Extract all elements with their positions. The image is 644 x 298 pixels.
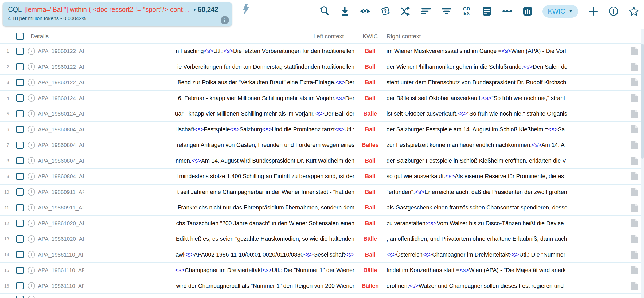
copy-icon[interactable] [631, 172, 638, 182]
doc-id[interactable]: APA_19860124_AP... [38, 95, 84, 101]
doc-id[interactable]: APA_19861020_AP... [38, 236, 84, 242]
info-icon[interactable] [608, 6, 619, 17]
row-info-icon[interactable]: i [28, 282, 35, 289]
row-checkbox[interactable] [16, 296, 24, 298]
doc-id[interactable]: APA_19860122_AP... [38, 79, 84, 86]
row-checkbox[interactable] [16, 48, 24, 55]
doc-id[interactable]: APA_19860122_AP... [38, 64, 84, 70]
row-info-icon[interactable]: i [28, 235, 35, 243]
doc-id[interactable]: APA_19860122_AP... [38, 48, 84, 54]
kwic-word[interactable]: Ball [354, 204, 386, 211]
copy-icon[interactable] [631, 219, 638, 229]
row-checkbox[interactable] [16, 235, 24, 243]
row-checkbox[interactable] [16, 204, 24, 211]
row-info-icon[interactable]: i [28, 79, 35, 86]
doc-id[interactable]: APA_19861020_AP... [38, 220, 84, 227]
kwic-word[interactable]: Ball [354, 157, 386, 164]
row-checkbox[interactable] [16, 157, 24, 164]
copy-icon[interactable] [631, 141, 638, 150]
row-info-icon[interactable]: i [28, 220, 35, 227]
doc-id[interactable]: APA_19860804_AP... [38, 142, 84, 148]
filter-icon[interactable] [441, 6, 452, 17]
kwic-word[interactable]: Ball [354, 48, 386, 55]
row-checkbox[interactable] [16, 110, 24, 117]
row-info-icon[interactable]: i [28, 126, 35, 133]
copy-icon[interactable] [631, 63, 638, 72]
doc-id[interactable]: APA_19861110_AP... [38, 267, 84, 273]
row-info-icon[interactable]: i [28, 204, 35, 211]
row-checkbox[interactable] [16, 251, 24, 258]
random-sample-icon[interactable]: ? 4 [380, 6, 391, 17]
sort-icon[interactable] [421, 6, 431, 17]
row-info-icon[interactable]: i [28, 94, 35, 102]
row-info-icon[interactable]: i [28, 296, 35, 298]
query-info-icon[interactable]: i [221, 16, 229, 24]
download-icon[interactable] [339, 6, 350, 17]
shuffle-icon[interactable] [400, 6, 411, 17]
copy-icon[interactable] [631, 235, 638, 244]
kwic-word[interactable]: Bälle [354, 236, 386, 242]
edit-search-icon[interactable] [319, 6, 330, 17]
kwic-word[interactable]: Ball [354, 126, 386, 133]
view-options-icon[interactable] [360, 6, 370, 17]
row-info-icon[interactable]: i [28, 173, 35, 180]
row-checkbox[interactable] [16, 220, 24, 227]
kwic-word[interactable]: Ball [354, 173, 386, 180]
copy-icon[interactable] [631, 156, 638, 166]
row-info-icon[interactable]: i [28, 267, 35, 274]
copy-icon[interactable] [631, 282, 638, 291]
copy-icon[interactable] [631, 47, 638, 56]
doc-id[interactable]: APA_19860911_AP... [38, 189, 84, 195]
row-checkbox[interactable] [16, 94, 24, 102]
gdex-icon[interactable]: GDEX [461, 6, 472, 17]
kwic-word[interactable]: Ball [354, 251, 386, 258]
row-info-icon[interactable]: i [28, 142, 35, 149]
select-all-checkbox[interactable] [16, 33, 24, 40]
row-checkbox[interactable] [16, 188, 24, 196]
copy-icon[interactable] [631, 203, 638, 213]
row-info-icon[interactable]: i [28, 251, 35, 258]
row-checkbox[interactable] [16, 267, 24, 274]
doc-id[interactable]: APA_19860911_AP... [38, 204, 84, 211]
row-info-icon[interactable]: i [28, 48, 35, 55]
row-info-icon[interactable]: i [28, 63, 35, 70]
kwic-word[interactable]: Balles [354, 142, 386, 148]
copy-icon[interactable] [631, 94, 638, 104]
kwic-word[interactable]: Ball [354, 95, 386, 101]
row-checkbox[interactable] [16, 126, 24, 133]
row-checkbox[interactable] [16, 63, 24, 70]
doc-id[interactable]: APA_19861110_AP... [38, 283, 84, 289]
copy-icon[interactable] [631, 78, 638, 88]
more-options-icon[interactable] [502, 6, 513, 17]
doc-id[interactable]: APA_19860804_AP... [38, 173, 84, 179]
doc-id[interactable]: APA_19860804_AP... [38, 158, 84, 164]
view-mode-dropdown[interactable]: KWIC ▼ [542, 5, 578, 18]
row-checkbox[interactable] [16, 142, 24, 149]
scrollbar-thumb[interactable] [641, 44, 644, 159]
copy-icon[interactable] [631, 266, 638, 276]
text-types-icon[interactable] [482, 6, 492, 17]
lightning-icon[interactable] [243, 3, 249, 17]
scrollbar-track[interactable] [641, 29, 644, 298]
query-summary-box[interactable]: CQL[lemma="Ball"] within ( <doc ressort2… [3, 2, 232, 26]
doc-id[interactable]: APA_19861110_AP... [38, 251, 84, 258]
row-checkbox[interactable] [16, 282, 24, 289]
add-icon[interactable] [588, 6, 599, 17]
kwic-word[interactable]: Ball [354, 220, 386, 227]
row-info-icon[interactable]: i [28, 188, 35, 196]
kwic-word[interactable]: Ball [354, 79, 386, 86]
copy-icon[interactable] [631, 250, 638, 260]
row-checkbox[interactable] [16, 79, 24, 86]
row-checkbox[interactable] [16, 173, 24, 180]
copy-icon[interactable] [631, 109, 638, 119]
kwic-word[interactable]: Ball [354, 63, 386, 70]
row-info-icon[interactable]: i [28, 110, 35, 117]
doc-id[interactable]: APA_19860124_AP... [38, 110, 84, 117]
kwic-word[interactable]: Bälle [354, 267, 386, 274]
row-info-icon[interactable]: i [28, 157, 35, 164]
copy-icon[interactable] [631, 188, 638, 197]
kwic-word[interactable]: Bällen [354, 282, 386, 289]
kwic-word[interactable]: Ball [354, 189, 386, 195]
star-icon[interactable] [629, 6, 639, 17]
frequency-chart-icon[interactable] [522, 6, 533, 17]
